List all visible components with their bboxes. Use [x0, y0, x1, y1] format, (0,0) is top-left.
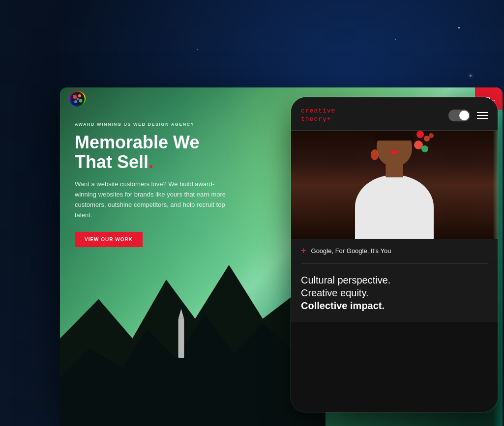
svg-point-8: [74, 100, 77, 103]
portrait-body: [355, 175, 434, 239]
nav-logo[interactable]: [70, 91, 86, 107]
phone-image: [291, 131, 498, 239]
phone-logo-line1: creative: [301, 107, 335, 114]
phone-text-line2: Creative equity.: [301, 287, 368, 298]
browser-window: WORK ABOUT ▾ SERVICES ▾ EXPERTISE ▾ INSI…: [60, 87, 503, 426]
hero-title-line2: That Sell.: [75, 152, 153, 172]
svg-point-7: [79, 99, 83, 102]
svg-point-5: [73, 95, 77, 99]
portrait-flowers: [412, 131, 439, 163]
mountains: [60, 240, 326, 426]
flower-1: [416, 131, 424, 138]
phone-logo-line2: theory: [301, 115, 327, 123]
svg-point-6: [78, 94, 81, 97]
hero-section: AWARD WINNING US WEB DESIGN AGENCY Memor…: [75, 122, 296, 247]
menu-line-1: [477, 112, 488, 113]
hero-title: Memorable We That Sell.: [75, 133, 296, 171]
menu-line-2: [477, 115, 488, 116]
phone-toggle[interactable]: [448, 110, 470, 121]
website-content: WORK ABOUT ▾ SERVICES ▾ EXPERTISE ▾ INSI…: [60, 87, 503, 426]
phone-logo: creative theory+: [301, 107, 335, 124]
phone-toggle-knob: [459, 111, 469, 120]
hero-subtitle: AWARD WINNING US WEB DESIGN AGENCY: [75, 122, 296, 127]
right-scroll: [493, 131, 498, 239]
phone-text-line1: Cultural perspective.: [301, 275, 390, 285]
phone-header: creative theory+: [291, 97, 498, 130]
phone-portrait-bg: [291, 131, 498, 239]
phone-bottom-section: Cultural perspective. Creative equity. C…: [291, 264, 498, 322]
caption-text: Google, For Google, It's You: [311, 247, 391, 255]
phone-bottom-text: Cultural perspective. Creative equity. C…: [301, 274, 488, 312]
hero-dot: .: [148, 152, 153, 172]
svg-rect-2: [178, 318, 184, 358]
phone-mockup: creative theory+: [291, 97, 498, 412]
phone-screen: creative theory+: [291, 97, 498, 412]
flower-4: [429, 133, 434, 138]
star-3: [470, 75, 472, 77]
leaf-1: [421, 145, 428, 152]
star-1: [458, 27, 460, 28]
phone-logo-plus: +: [327, 115, 331, 123]
menu-line-3: [477, 118, 488, 119]
hero-title-line1: Memorable We: [75, 132, 199, 152]
hero-cta-button[interactable]: VIEW OUR WORK: [75, 232, 143, 247]
portrait-hair: [375, 131, 414, 141]
star-4: [395, 39, 396, 40]
svg-point-9: [77, 97, 79, 100]
phone-text-bold: Collective impact.: [301, 300, 385, 311]
portrait-earring-left: [371, 149, 379, 160]
phone-caption: + Google, For Google, It's You: [291, 239, 498, 263]
hero-description: Want a website customers love? We build …: [75, 179, 232, 220]
caption-plus-icon: +: [301, 246, 306, 256]
portrait-person: [335, 132, 453, 239]
star-2: [197, 49, 198, 50]
phone-menu-button[interactable]: [477, 112, 488, 119]
